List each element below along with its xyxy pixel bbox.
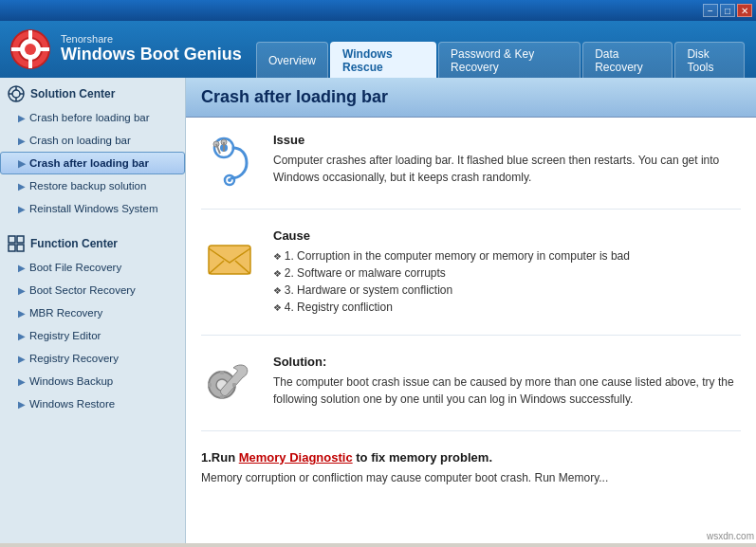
svg-rect-11 — [9, 245, 15, 251]
cause-item-4: 4. Registry confliction — [273, 299, 741, 316]
watermark: wsxdn.com — [707, 531, 754, 541]
logo-area: Tenorshare Windows Boot Genius — [9, 28, 256, 70]
sidebar-item-label: Registry Editor — [29, 330, 101, 341]
nav-tabs: Overview Windows Rescue Password & Key R… — [256, 21, 747, 78]
solution-section: Solution: The computer boot crash issue … — [201, 355, 741, 431]
arrow-icon: ▶ — [18, 136, 26, 146]
solution-description: The computer boot crash issue can be cau… — [273, 374, 741, 408]
svg-point-4 — [12, 90, 20, 98]
maximize-button[interactable]: □ — [720, 4, 735, 17]
solution-text: Solution: The computer boot crash issue … — [273, 355, 741, 411]
svg-rect-24 — [220, 371, 224, 374]
app-title: Windows Boot Genius — [61, 45, 242, 65]
function-center-icon — [8, 235, 25, 252]
sidebar-item-windows-backup[interactable]: ▶ Windows Backup — [0, 370, 185, 392]
arrow-icon: ▶ — [18, 263, 26, 273]
solution-title: Solution: — [273, 355, 741, 369]
arrow-icon: ▶ — [18, 354, 26, 364]
sidebar-item-label: Crash before loading bar — [29, 112, 150, 123]
sidebar-item-crash-before[interactable]: ▶ Crash before loading bar — [0, 106, 185, 129]
cause-section: Cause 1. Corruption in the computer memo… — [201, 228, 741, 336]
sidebar-item-windows-restore[interactable]: ▶ Windows Restore — [0, 392, 185, 415]
arrow-icon: ▶ — [18, 308, 26, 319]
svg-point-2 — [25, 44, 36, 55]
content-area: Crash after loading bar — [186, 78, 756, 543]
sidebar-item-registry-editor[interactable]: ▶ Registry Editor — [0, 324, 185, 347]
tab-disk-tools[interactable]: Disk Tools — [674, 42, 745, 78]
arrow-icon: ▶ — [18, 158, 26, 169]
logo-text: Tenorshare Windows Boot Genius — [61, 33, 242, 65]
diagnostic-title: 1.Run Memory Diagnostic to fix memory pr… — [201, 450, 741, 465]
sidebar-item-reinstall-windows[interactable]: ▶ Reinstall Windows System — [0, 197, 185, 220]
page-title: Crash after loading bar — [201, 87, 388, 106]
titlebar: − □ ✕ — [0, 0, 756, 21]
memory-diagnostic-link[interactable]: Memory Diagnostic — [239, 450, 353, 465]
tab-password-recovery[interactable]: Password & Key Recovery — [438, 42, 581, 78]
sidebar-item-label: Reinstall Windows System — [29, 203, 157, 214]
content-body: Issue Computer crashes after loading bar… — [186, 118, 756, 520]
tools-svg — [201, 355, 258, 411]
cause-item-2: 2. Software or malware corrupts — [273, 264, 741, 282]
tab-windows-rescue[interactable]: Windows Rescue — [330, 42, 436, 78]
svg-rect-25 — [220, 395, 224, 399]
sidebar: Solution Center ▶ Crash before loading b… — [0, 78, 186, 543]
sidebar-item-crash-on[interactable]: ▶ Crash on loading bar — [0, 129, 185, 152]
minimize-button[interactable]: − — [703, 4, 718, 17]
brand-name: Tenorshare — [61, 33, 242, 45]
arrow-icon: ▶ — [18, 376, 26, 387]
arrow-icon: ▶ — [18, 181, 26, 191]
solution-center-icon — [8, 85, 25, 102]
sidebar-item-restore-backup[interactable]: ▶ Restore backup solution — [0, 174, 185, 197]
issue-text: Issue Computer crashes after loading bar… — [273, 133, 741, 190]
arrow-icon: ▶ — [18, 204, 26, 214]
svg-rect-9 — [9, 236, 15, 243]
issue-icon — [201, 133, 258, 190]
close-button[interactable]: ✕ — [737, 4, 752, 17]
cause-item-1: 1. Corruption in the computer memory or … — [273, 247, 741, 264]
arrow-icon: ▶ — [18, 331, 26, 341]
sidebar-item-label: Restore backup solution — [29, 180, 146, 191]
sidebar-item-boot-file[interactable]: ▶ Boot File Recovery — [0, 256, 185, 279]
sidebar-item-label: MBR Recovery — [29, 307, 102, 319]
arrow-icon: ▶ — [18, 399, 26, 410]
function-center-label: Function Center — [30, 237, 118, 250]
sidebar-item-label: Windows Restore — [29, 398, 115, 410]
cause-icon — [201, 228, 258, 285]
tab-data-recovery[interactable]: Data Recovery — [582, 42, 673, 78]
function-center-header: Function Center — [0, 228, 185, 256]
svg-rect-27 — [232, 383, 236, 387]
svg-rect-12 — [17, 245, 24, 251]
solution-center-label: Solution Center — [30, 87, 115, 100]
sidebar-item-crash-after[interactable]: ▶ Crash after loading bar — [0, 152, 185, 174]
svg-rect-26 — [208, 383, 212, 387]
sidebar-item-registry-recovery[interactable]: ▶ Registry Recovery — [0, 347, 185, 370]
sidebar-item-mbr-recovery[interactable]: ▶ MBR Recovery — [0, 301, 185, 324]
cause-item-3: 3. Hardware or system confliction — [273, 282, 741, 299]
cause-title: Cause — [273, 228, 741, 243]
arrow-icon: ▶ — [18, 113, 26, 123]
issue-title: Issue — [273, 133, 741, 147]
diagnostic-text: 1.Run Memory Diagnostic to fix memory pr… — [201, 450, 741, 486]
diagnostic-description: Memory corruption or confliction may cau… — [201, 469, 741, 486]
cause-svg — [203, 230, 256, 283]
cause-text: Cause 1. Corruption in the computer memo… — [273, 228, 741, 316]
sidebar-item-boot-sector[interactable]: ▶ Boot Sector Recovery — [0, 279, 185, 301]
header: Tenorshare Windows Boot Genius Overview … — [0, 21, 756, 78]
issue-description: Computer crashes after loading bar. It f… — [273, 152, 741, 186]
sidebar-item-label: Boot File Recovery — [29, 262, 121, 273]
content-title-bar: Crash after loading bar — [186, 78, 756, 118]
sidebar-item-label: Crash on loading bar — [29, 135, 131, 146]
arrow-icon: ▶ — [18, 285, 26, 296]
solution-icon — [201, 355, 258, 411]
svg-point-16 — [228, 178, 231, 182]
tab-overview[interactable]: Overview — [256, 42, 328, 78]
sidebar-item-label: Registry Recovery — [29, 353, 119, 364]
solution-center-header: Solution Center — [0, 78, 185, 106]
sidebar-item-label: Crash after loading bar — [29, 157, 149, 169]
stethoscope-svg — [203, 135, 256, 188]
issue-section: Issue Computer crashes after loading bar… — [201, 133, 741, 210]
sidebar-item-label: Windows Backup — [29, 375, 113, 387]
cause-list: 1. Corruption in the computer memory or … — [273, 247, 741, 316]
run-diagnostic-section: 1.Run Memory Diagnostic to fix memory pr… — [201, 450, 741, 486]
app-logo-icon — [9, 28, 51, 70]
